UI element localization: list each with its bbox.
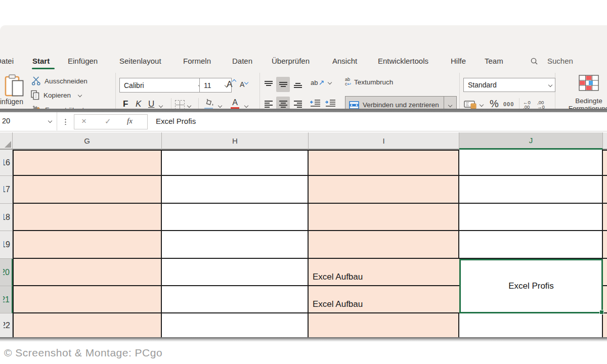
grid-cell[interactable] <box>459 204 603 231</box>
grid-cell[interactable] <box>309 313 459 337</box>
select-all-button[interactable] <box>0 132 13 150</box>
italic-button[interactable]: K <box>136 99 141 109</box>
chevron-down-icon[interactable] <box>244 104 248 108</box>
tab-daten[interactable]: Daten <box>232 57 252 65</box>
font-color-icon[interactable]: A <box>231 98 239 110</box>
grid-cell[interactable] <box>603 286 607 313</box>
grid-cell[interactable] <box>13 176 162 204</box>
grid-cell[interactable] <box>162 259 309 286</box>
number-format-combo[interactable]: Standard <box>463 78 555 92</box>
shrink-font-button[interactable]: A <box>240 80 247 88</box>
chevron-down-icon[interactable] <box>218 104 222 108</box>
cut-button[interactable]: Ausschneiden <box>31 76 88 85</box>
grid-cell[interactable] <box>603 231 607 259</box>
bold-button[interactable]: F <box>123 99 128 109</box>
row-header-17[interactable]: 17 <box>0 176 13 204</box>
name-box[interactable]: 20 <box>0 112 57 130</box>
tab-seitenlayout[interactable]: Seitenlayout <box>119 57 161 65</box>
enter-icon[interactable]: ✓ <box>105 117 111 126</box>
align-middle-button[interactable] <box>276 77 290 92</box>
decrease-indent-icon[interactable] <box>310 99 321 107</box>
tab-entwicklertools[interactable]: Entwicklertools <box>378 57 428 65</box>
row-header-20[interactable]: 20 <box>0 259 13 286</box>
paste-button[interactable] <box>4 74 24 98</box>
merged-cell-text: Excel Profis <box>508 281 554 291</box>
grid-cell[interactable] <box>603 150 607 176</box>
drag-handle-dots[interactable] <box>65 118 66 125</box>
font-name-combo[interactable]: Calibri <box>119 78 205 93</box>
grow-font-button[interactable]: A <box>227 79 235 89</box>
grid-cell[interactable] <box>162 286 309 313</box>
grid-cell-i21[interactable]: Excel Aufbau <box>309 286 459 313</box>
orientation-icon[interactable]: ab ↗ <box>311 78 331 86</box>
screenshot-edge-shadow <box>0 337 607 342</box>
currency-format-button[interactable] <box>464 100 483 110</box>
column-header-j[interactable]: J <box>459 132 603 150</box>
insert-function-icon[interactable]: fx <box>127 117 133 125</box>
grid-cell[interactable] <box>162 150 309 176</box>
selected-merged-cell-j20-j21[interactable]: Excel Profis <box>459 259 603 313</box>
tab-einfuegen[interactable]: Einfügen <box>68 57 98 65</box>
merge-cells-icon <box>349 101 359 109</box>
underline-button[interactable]: U <box>148 99 154 109</box>
tab-ueberpruefen[interactable]: Überprüfen <box>272 57 310 65</box>
search-icon[interactable] <box>530 57 538 65</box>
grid-cell[interactable] <box>309 204 459 231</box>
increase-decimal-button[interactable]: ←0 ,00 <box>523 100 531 109</box>
row-header-19[interactable]: 19 <box>0 231 13 259</box>
chevron-down-icon[interactable] <box>48 119 52 123</box>
tab-team[interactable]: Team <box>485 57 503 65</box>
grid-cell[interactable] <box>13 259 162 286</box>
cancel-icon[interactable]: × <box>81 116 86 126</box>
conditional-formatting-button[interactable]: Bedingte Formatierung <box>558 75 607 112</box>
row-header-16[interactable]: 16 <box>0 150 13 176</box>
row-header-18[interactable]: 18 <box>0 204 13 231</box>
grid-cell[interactable] <box>162 313 309 337</box>
grid-cell[interactable] <box>13 150 162 176</box>
grid-cell[interactable] <box>162 176 309 204</box>
grid-cell[interactable] <box>603 259 607 286</box>
align-bottom-button[interactable] <box>291 77 305 92</box>
column-header-k-sliver[interactable] <box>603 132 607 150</box>
copy-button[interactable]: Kopieren <box>30 90 81 100</box>
tab-formeln[interactable]: Formeln <box>183 57 211 65</box>
grid-cell[interactable] <box>162 204 309 231</box>
paste-label[interactable]: infügen <box>0 98 23 106</box>
grid-cell[interactable] <box>603 313 607 337</box>
tab-hilfe[interactable]: Hilfe <box>451 57 466 65</box>
grid-cell[interactable] <box>459 176 603 204</box>
grid-cell[interactable] <box>459 150 603 176</box>
tab-ansicht[interactable]: Ansicht <box>332 57 357 65</box>
grid-cell[interactable] <box>309 150 459 176</box>
grid-cell[interactable] <box>603 204 607 231</box>
fill-handle[interactable] <box>599 310 604 314</box>
formula-content[interactable]: Excel Profis <box>156 117 196 125</box>
grid-cell[interactable] <box>13 231 162 259</box>
grid-cell[interactable] <box>309 231 459 259</box>
grid-cell[interactable] <box>162 231 309 259</box>
grid-cell[interactable] <box>603 176 607 204</box>
tab-start[interactable]: Start <box>32 57 50 65</box>
grid-cell[interactable] <box>13 204 162 231</box>
align-top-button[interactable] <box>262 77 275 92</box>
column-header-h[interactable]: H <box>162 132 309 150</box>
tab-datei[interactable]: Datei <box>0 57 14 65</box>
row-header-21[interactable]: 21 <box>0 286 13 313</box>
grid-cell[interactable] <box>13 313 162 337</box>
grid-cell[interactable] <box>13 286 162 313</box>
row-header-22[interactable]: 22 <box>0 313 13 337</box>
chevron-down-icon[interactable] <box>187 104 191 108</box>
comma-style-button[interactable]: 000 <box>503 101 514 107</box>
wrap-text-button[interactable]: ab c↩ Textumbruch <box>345 77 393 86</box>
percent-style-button[interactable]: % <box>490 98 499 110</box>
grid-cell[interactable] <box>459 231 603 259</box>
search-label[interactable]: Suchen <box>547 57 573 65</box>
grid-cell-i20[interactable]: Excel Aufbau <box>309 259 459 286</box>
chevron-down-icon[interactable] <box>159 104 163 108</box>
column-header-i[interactable]: I <box>309 132 459 150</box>
decrease-decimal-button[interactable]: ,00 →0 <box>537 100 545 109</box>
increase-indent-icon[interactable] <box>325 99 336 107</box>
grid-cell[interactable] <box>309 176 459 204</box>
grid-cell[interactable] <box>459 313 603 337</box>
column-header-g[interactable]: G <box>13 132 162 150</box>
